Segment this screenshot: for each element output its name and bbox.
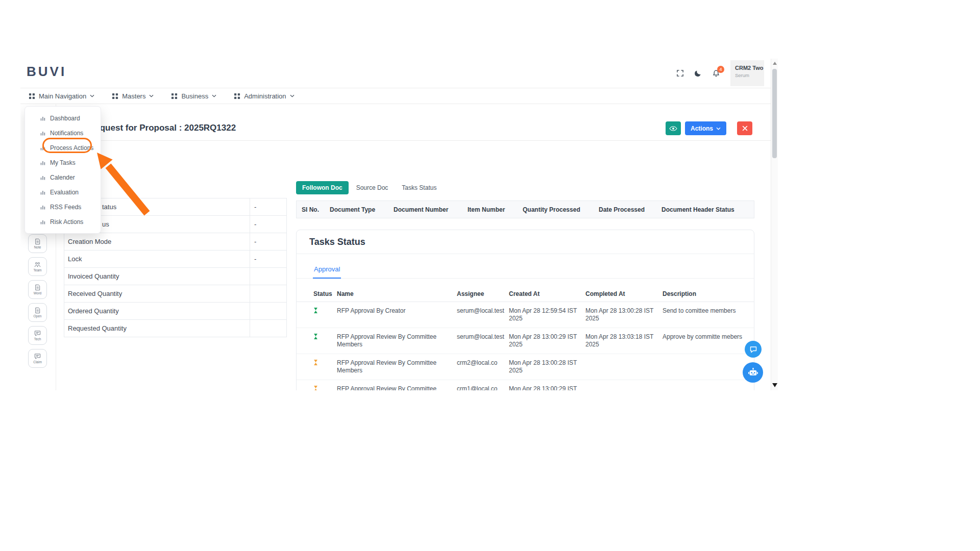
- claim-icon: [34, 353, 41, 360]
- chat-fab[interactable]: [745, 341, 762, 358]
- fullscreen-icon[interactable]: [676, 69, 684, 77]
- column-header: Document Number: [394, 206, 468, 213]
- task-completed-cell: [585, 354, 663, 380]
- close-button[interactable]: [737, 121, 752, 135]
- column-header: Quantity Processed: [523, 206, 599, 213]
- tab-approval[interactable]: Approval: [313, 265, 341, 279]
- tasks-card-header: Tasks Status: [297, 230, 754, 254]
- menu-item-rss-feeds[interactable]: RSS Feeds: [25, 199, 101, 214]
- assistant-bot-fab[interactable]: [743, 362, 763, 383]
- details-value: [250, 268, 286, 285]
- details-row: Ordered Quantity: [64, 303, 286, 320]
- column-header: Description: [663, 286, 749, 302]
- tech-icon: [34, 330, 41, 337]
- chevron-down-icon: [212, 94, 216, 97]
- task-description-cell: [663, 380, 749, 390]
- tasks-status-card: Tasks Status Approval Status Name Assign…: [296, 230, 754, 390]
- nav-item-business[interactable]: Business: [171, 92, 216, 100]
- nav-item-main-navigation[interactable]: Main Navigation: [29, 92, 94, 100]
- dark-mode-icon[interactable]: [694, 69, 702, 77]
- column-header: Date Processed: [599, 206, 662, 213]
- menu-item-evaluation[interactable]: Evaluation: [25, 185, 101, 199]
- task-created-cell: Mon Apr 28 13:00:29 IST: [509, 380, 585, 390]
- word-icon: [34, 284, 41, 291]
- tab-tasks-status[interactable]: Tasks Status: [396, 181, 443, 194]
- nav-label: Administration: [244, 92, 286, 100]
- nav-item-masters[interactable]: Masters: [112, 92, 154, 100]
- task-status-cell: [313, 354, 337, 380]
- column-header: Assignee: [457, 286, 509, 302]
- team-icon: [34, 261, 41, 268]
- vertical-scrollbar[interactable]: [771, 59, 778, 390]
- task-assignee-cell: serum@local.test: [457, 302, 509, 328]
- robot-icon: [748, 367, 758, 378]
- scrollbar-thumb[interactable]: [772, 69, 777, 158]
- main-navigation-bar: Main Navigation Masters Business Adminis…: [20, 88, 771, 104]
- sidebar-open-button[interactable]: Open: [28, 303, 47, 322]
- menu-item-notifications[interactable]: Notifications: [25, 126, 101, 140]
- eye-icon: [669, 126, 677, 131]
- grid-icon: [112, 93, 118, 99]
- task-row: RFP Approval Review By Committee crm1@lo…: [297, 380, 754, 390]
- bar-chart-icon: [40, 189, 46, 195]
- column-header: Created At: [509, 286, 585, 302]
- column-header: Completed At: [585, 286, 663, 302]
- user-org: Serum: [735, 72, 764, 78]
- tab-source-doc[interactable]: Source Doc: [350, 181, 395, 194]
- tab-followon-doc[interactable]: Followon Doc: [296, 181, 349, 194]
- details-value: [250, 285, 286, 302]
- bar-chart-icon: [40, 219, 46, 225]
- details-label: Invoiced Quantity: [64, 268, 250, 285]
- sidebar-team-button[interactable]: Team: [28, 257, 47, 276]
- task-created-cell: Mon Apr 28 12:59:54 IST 2025: [509, 302, 585, 328]
- menu-item-dashboard[interactable]: Dashboard: [25, 111, 101, 126]
- menu-item-risk-actions[interactable]: Risk Actions: [25, 214, 101, 229]
- task-description-cell: [663, 354, 749, 380]
- menu-item-my-tasks[interactable]: My Tasks: [25, 155, 101, 170]
- tasks-table-header: Status Name Assignee Created At Complete…: [297, 286, 754, 302]
- details-row: Received Quantity: [64, 285, 286, 303]
- user-profile[interactable]: CRM2 Two Serum: [730, 60, 764, 86]
- view-button[interactable]: [666, 121, 681, 135]
- sidebar-tech-button[interactable]: Tech: [28, 326, 47, 345]
- grid-icon: [29, 93, 35, 99]
- grid-icon: [234, 93, 240, 99]
- notifications-bell-icon[interactable]: 4: [712, 69, 720, 78]
- details-label: Received Quantity: [64, 285, 250, 302]
- details-label: Creation Mode: [64, 233, 250, 250]
- menu-item-process-actions[interactable]: Process Actions: [25, 140, 101, 155]
- task-status-cell: [313, 328, 337, 354]
- sidebar-claim-button[interactable]: Claim: [28, 349, 47, 368]
- bar-chart-icon: [40, 130, 46, 136]
- document-tabs: Followon Doc Source Doc Tasks Status: [296, 181, 443, 194]
- task-assignee-cell: crm2@local.co: [457, 354, 509, 380]
- followon-table-header: SI No. Document Type Document Number Ite…: [296, 201, 754, 218]
- topbar-actions: 4 CRM2 Two Serum: [676, 59, 764, 88]
- actions-button[interactable]: Actions: [685, 121, 726, 135]
- nav-item-administration[interactable]: Administration: [234, 92, 294, 100]
- task-completed-cell: Mon Apr 28 13:00:28 IST 2025: [585, 302, 663, 328]
- sidebar-note-button[interactable]: Note: [28, 234, 47, 253]
- scroll-up-arrow-icon[interactable]: [773, 62, 777, 65]
- main-navigation-dropdown: Dashboard Notifications Process Actions …: [24, 106, 101, 234]
- brand-logo[interactable]: BUVI: [27, 64, 66, 80]
- bar-chart-icon: [40, 115, 46, 121]
- column-header: Item Number: [468, 206, 523, 213]
- details-label: Ordered Quantity: [64, 303, 250, 319]
- chevron-down-icon: [149, 94, 154, 97]
- task-completed-cell: Mon Apr 28 13:03:18 IST 2025: [585, 328, 663, 354]
- menu-item-calender[interactable]: Calender: [25, 170, 101, 185]
- column-header: Document Header Status: [662, 206, 754, 213]
- task-completed-cell: [585, 380, 663, 390]
- details-row: Requested Quantity: [64, 320, 286, 337]
- task-created-cell: Mon Apr 28 13:00:28 IST 2025: [509, 354, 585, 380]
- status-pending-icon: [313, 385, 318, 390]
- open-icon: [34, 307, 41, 314]
- grid-icon: [171, 93, 178, 99]
- details-value: -: [250, 216, 286, 233]
- chevron-down-icon: [716, 127, 721, 130]
- scroll-down-arrow-icon[interactable]: [772, 383, 777, 387]
- chat-bubble-icon: [749, 345, 757, 354]
- sidebar-word-button[interactable]: Word: [28, 280, 47, 299]
- nav-label: Main Navigation: [39, 92, 86, 100]
